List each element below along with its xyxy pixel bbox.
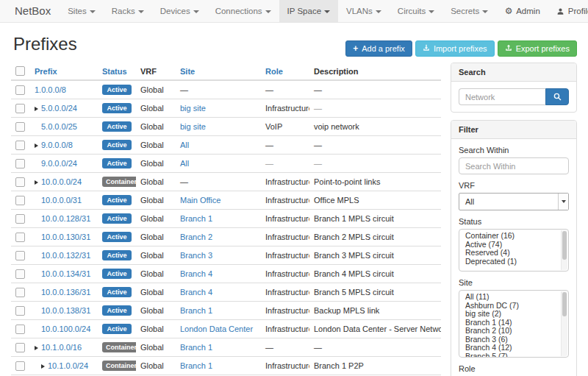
site-link[interactable]: Branch 3 bbox=[180, 251, 212, 260]
prefix-link[interactable]: 10.0.0.0/31 bbox=[41, 196, 82, 205]
listbox-option[interactable]: Reserved (4) bbox=[459, 249, 568, 258]
prefix-link[interactable]: 10.0.0.134/31 bbox=[41, 269, 90, 278]
status-badge[interactable]: Active bbox=[102, 140, 132, 150]
status-badge[interactable]: Active bbox=[102, 103, 132, 113]
status-badge[interactable]: Active bbox=[102, 158, 132, 169]
row-checkbox[interactable] bbox=[15, 85, 25, 95]
row-checkbox[interactable] bbox=[15, 269, 25, 279]
prefix-link[interactable]: 5.0.0.0/24 bbox=[41, 104, 77, 113]
sort-link[interactable]: Prefix bbox=[35, 67, 57, 76]
listbox-option[interactable]: Deprecated (1) bbox=[459, 258, 568, 266]
search-within-input[interactable] bbox=[459, 157, 569, 174]
status-badge[interactable]: Active bbox=[102, 287, 132, 297]
sort-link[interactable]: Role bbox=[265, 67, 283, 76]
site-link[interactable]: Branch 1 bbox=[180, 306, 212, 315]
row-checkbox[interactable] bbox=[15, 214, 25, 224]
status-badge[interactable]: Active bbox=[102, 232, 132, 242]
site-link[interactable]: Branch 4 bbox=[180, 288, 212, 297]
nav-item-label: IP Space bbox=[287, 7, 321, 15]
role-value: Infrastructure bbox=[265, 104, 309, 113]
status-badge[interactable]: Active bbox=[102, 324, 132, 334]
vrf-select[interactable]: All bbox=[459, 193, 569, 210]
listbox-option[interactable]: big site (2) bbox=[459, 310, 568, 319]
nav-item-connections[interactable]: Connections bbox=[207, 0, 279, 22]
status-badge[interactable]: Container bbox=[102, 342, 136, 352]
listbox-option[interactable]: Branch 5 (7) bbox=[459, 352, 568, 358]
status-badge[interactable]: Active bbox=[102, 195, 132, 205]
prefix-link[interactable]: 10.0.100.0/24 bbox=[41, 324, 90, 333]
status-badge[interactable]: Active bbox=[102, 269, 132, 279]
prefix-link[interactable]: 10.0.0.128/31 bbox=[41, 214, 90, 223]
row-checkbox[interactable] bbox=[15, 177, 25, 187]
row-checkbox[interactable] bbox=[15, 159, 25, 169]
prefix-link[interactable]: 10.0.0.130/31 bbox=[41, 233, 90, 241]
row-checkbox[interactable] bbox=[15, 251, 25, 260]
prefix-link[interactable]: 10.0.0.0/24 bbox=[41, 177, 82, 186]
scrollbar-thumb[interactable] bbox=[562, 292, 567, 316]
add-a-prefix-button[interactable]: +Add a prefix bbox=[345, 40, 412, 57]
nav-item-admin[interactable]: ⚙Admin bbox=[496, 0, 548, 22]
row-checkbox[interactable] bbox=[15, 141, 25, 150]
search-button[interactable] bbox=[545, 88, 569, 105]
row-checkbox[interactable] bbox=[15, 104, 25, 113]
prefix-link[interactable]: 10.1.0.0/24 bbox=[48, 361, 88, 370]
export-prefixes-button[interactable]: Export prefixes bbox=[498, 40, 577, 57]
site-link[interactable]: big site bbox=[180, 104, 206, 113]
row-checkbox[interactable] bbox=[15, 324, 25, 334]
status-badge[interactable]: Active bbox=[102, 305, 132, 316]
nav-item-ip-space[interactable]: IP Space bbox=[279, 0, 338, 22]
row-checkbox[interactable] bbox=[15, 343, 25, 352]
site-link[interactable]: All bbox=[180, 159, 189, 168]
prefix-link[interactable]: 1.0.0.0/8 bbox=[35, 85, 66, 94]
site-link[interactable]: All bbox=[180, 141, 189, 149]
expand-arrow-icon bbox=[35, 143, 38, 148]
table-row: 10.0.0.128/31ActiveGlobalBranch 1Infrast… bbox=[11, 210, 441, 228]
site-link[interactable]: Branch 1 bbox=[180, 361, 212, 370]
site-link[interactable]: Main Office bbox=[180, 196, 220, 205]
import-prefixes-button[interactable]: Import prefixes bbox=[415, 40, 495, 57]
select-all-checkbox[interactable] bbox=[15, 66, 25, 76]
status-badge[interactable]: Active bbox=[102, 121, 132, 132]
sort-link[interactable]: Site bbox=[180, 67, 195, 76]
listbox-option[interactable]: Container (16) bbox=[459, 232, 568, 241]
status-badge[interactable]: Active bbox=[102, 213, 132, 224]
brand[interactable]: NetBox bbox=[6, 0, 60, 22]
status-badge[interactable]: Active bbox=[102, 250, 132, 260]
search-input[interactable] bbox=[459, 88, 545, 105]
nav-item-vlans[interactable]: VLANs bbox=[338, 0, 390, 22]
prefix-link[interactable]: 9.0.0.0/8 bbox=[41, 141, 73, 149]
nav-item-circuits[interactable]: Circuits bbox=[390, 0, 442, 22]
status-badge[interactable]: Container bbox=[102, 361, 136, 371]
site-link[interactable]: London Data Center bbox=[180, 324, 253, 333]
listbox-option[interactable]: Branch 4 (12) bbox=[459, 344, 568, 352]
site-link[interactable]: Branch 1 bbox=[180, 343, 212, 352]
nav-item-secrets[interactable]: Secrets bbox=[442, 0, 496, 22]
status-badge[interactable]: Active bbox=[102, 85, 132, 95]
row-checkbox[interactable] bbox=[15, 196, 25, 205]
status-badge[interactable]: Container bbox=[102, 177, 136, 187]
site-link[interactable]: Branch 2 bbox=[180, 233, 212, 241]
prefix-link[interactable]: 9.0.0.0/24 bbox=[41, 159, 77, 168]
row-checkbox[interactable] bbox=[15, 306, 25, 316]
prefix-link[interactable]: 10.0.0.136/31 bbox=[41, 288, 90, 297]
prefix-link[interactable]: 10.0.0.132/31 bbox=[41, 251, 90, 260]
row-checkbox[interactable] bbox=[15, 361, 25, 371]
nav-item-devices[interactable]: Devices bbox=[152, 0, 207, 22]
scrollbar-thumb[interactable] bbox=[562, 231, 567, 260]
row-checkbox[interactable] bbox=[15, 122, 25, 132]
prefix-link[interactable]: 10.0.0.138/31 bbox=[41, 306, 90, 315]
site-link[interactable]: Branch 1 bbox=[180, 214, 212, 223]
prefix-link[interactable]: 5.0.0.0/25 bbox=[41, 122, 77, 131]
nav-item-sites[interactable]: Sites bbox=[60, 0, 104, 22]
nav-item-racks[interactable]: Racks bbox=[104, 0, 152, 22]
prefix-link[interactable]: 10.1.0.0/16 bbox=[41, 343, 82, 352]
sort-link[interactable]: Status bbox=[102, 67, 127, 76]
row-checkbox[interactable] bbox=[15, 233, 25, 242]
nav-item-profile[interactable]: Profile bbox=[548, 0, 588, 22]
listbox-option[interactable]: Branch 2 (10) bbox=[459, 327, 568, 336]
row-checkbox[interactable] bbox=[15, 288, 25, 297]
site-link[interactable]: Branch 4 bbox=[180, 269, 212, 278]
vrf-value: Global bbox=[140, 177, 164, 186]
site-link[interactable]: big site bbox=[180, 122, 206, 131]
listbox-option[interactable]: All (11) bbox=[459, 293, 568, 302]
